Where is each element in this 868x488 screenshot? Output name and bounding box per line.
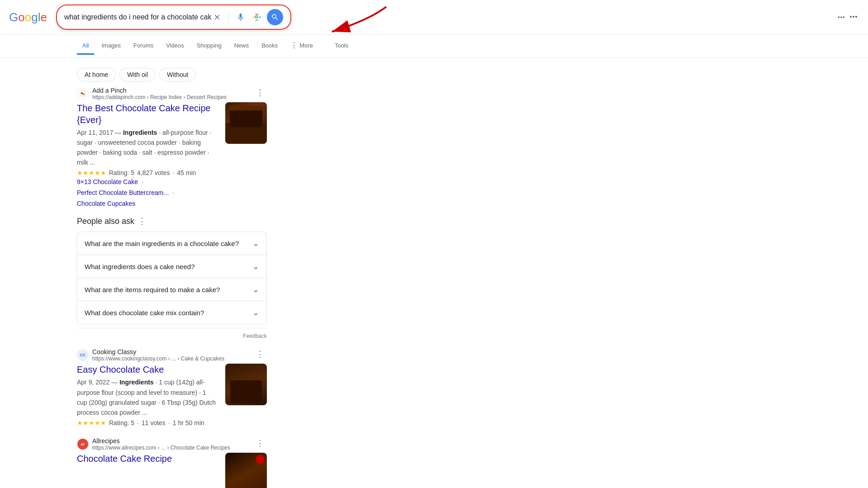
result-item-1: Add a Pinch https://addapinch.com › Reci… [77,87,267,207]
paa-question-1[interactable]: What are the main ingredients in a choco… [77,232,267,255]
search-submit-button[interactable] [267,9,283,25]
result-1-header: Add a Pinch https://addapinch.com › Reci… [77,87,267,100]
paa-question-2[interactable]: What ingredients does a cake need? ⌄ [77,255,267,278]
paa-chevron-4: ⌄ [252,308,259,317]
result-2-title[interactable]: Easy Chocolate Cake [77,365,164,374]
chip-with-oil[interactable]: With oil [119,68,156,81]
header: Google [0,0,868,35]
result-1-thumbnail [225,102,267,144]
tab-tools[interactable]: Tools [329,38,354,55]
logo-g2: g [31,10,38,24]
svg-point-2 [80,90,86,97]
result-3-favicon: ar [77,438,89,450]
result-2-thumbnail [225,364,267,405]
tab-shopping[interactable]: Shopping [191,38,227,55]
main-content: At home With oil Without Add a Pinch [0,58,868,488]
tab-books[interactable]: Books [256,38,283,55]
logo-o2: o [25,10,31,24]
result-2-rating-text: Rating: 5 [109,419,134,426]
result-2-separator2: · [168,419,170,426]
tab-images[interactable]: Images [96,38,126,55]
result-2-source-url: https://www.cookingclassy.com › ... › Ca… [92,355,224,362]
result-2-header: CC Cooking Classy https://www.cookingcla… [77,348,267,362]
result-1-separator: · [172,169,174,176]
result-1-rating: ★★★★★ Rating: 5 4,827 votes · 45 min [77,169,218,176]
result-3-source-info: Allrecipes https://www.allrecipes.com › … [92,437,230,451]
tab-all[interactable]: All [77,38,94,55]
result-2-rating: ★★★★★ Rating: 5 · 11 votes · 1 hr 50 min [77,419,218,426]
result-3-source-name: Allrecipes [92,437,230,445]
paa-header: People also ask ⋮ [77,216,267,226]
paa-question-3[interactable]: What are the items required to make a ca… [77,278,267,301]
result-3-source-url: https://www.allrecipes.com › ... › Choco… [92,445,230,451]
result-3-header: ar Allrecipes https://www.allrecipes.com… [77,437,267,451]
result-1-rating-text: Rating: 5 [109,169,134,176]
paa-question-3-text: What are the items required to make a ca… [85,286,220,294]
result-3-more-button[interactable]: ⋮ [253,437,267,449]
apps-grid-button[interactable] [836,11,859,24]
result-1-stars: ★★★★★ [77,169,106,176]
result-3-thumbnail [225,453,267,488]
paa-divider [77,328,267,328]
google-logo[interactable]: Google [9,10,47,24]
result-1-links: 9×13 Chocolate Cake · Perfect Chocolate … [77,178,218,207]
result-1-source: Add a Pinch https://addapinch.com › Reci… [77,87,227,100]
lens-button[interactable] [251,11,263,24]
result-2-source-info: Cooking Classy https://www.cookingclassy… [92,348,224,362]
search-bar-container [56,5,291,30]
result-1-sublink-1[interactable]: 9×13 Chocolate Cake [77,178,138,185]
result-1-text: The Best Chocolate Cake Recipe {Ever} Ap… [77,102,218,207]
result-item-2: CC Cooking Classy https://www.cookingcla… [77,348,267,428]
tab-forums[interactable]: Forums [128,38,159,55]
tab-videos[interactable]: Videos [161,38,190,55]
result-1-source-info: Add a Pinch https://addapinch.com › Reci… [92,87,227,100]
clear-button[interactable] [211,11,223,23]
paa-more-button[interactable]: ⋮ [138,216,146,226]
paa-question-4[interactable]: What does chocolate cake mix contain? ⌄ [77,301,267,324]
tab-news[interactable]: News [229,38,255,55]
result-3-source: ar Allrecipes https://www.allrecipes.com… [77,437,230,451]
result-1-time: 45 min [177,169,196,176]
result-2-stars: ★★★★★ [77,419,106,426]
search-input[interactable] [64,13,211,21]
chip-at-home[interactable]: At home [77,68,116,81]
paa-question-4-text: What does chocolate cake mix contain? [85,309,204,317]
result-3-title[interactable]: Chocolate Cake Recipe [77,454,172,464]
paa-chevron-3: ⌄ [252,284,259,294]
voice-search-button[interactable] [234,11,247,24]
feedback-link[interactable]: Feedback [243,333,267,339]
result-2-favicon: CC [77,349,89,361]
result-1-source-url: https://addapinch.com › Recipe Index › D… [92,94,227,100]
paa-question-2-text: What ingredients does a cake need? [85,263,195,270]
logo-g: G [9,10,18,24]
result-1-votes: 4,827 votes [137,169,170,176]
result-2-source-name: Cooking Classy [92,348,224,355]
paa-questions: What are the main ingredients in a choco… [77,232,267,324]
result-1-title[interactable]: The Best Chocolate Cake Recipe {Ever} [77,103,211,125]
search-box[interactable] [56,5,291,30]
result-3-text: Chocolate Cake Recipe [77,453,218,464]
result-item-3: ar Allrecipes https://www.allrecipes.com… [77,437,267,488]
people-also-ask-section: People also ask ⋮ What are the main ingr… [77,216,267,339]
result-3-content: Chocolate Cake Recipe [77,453,267,488]
nav-tabs: All Images Forums Videos Shopping News B… [0,35,868,58]
chip-without[interactable]: Without [159,68,196,81]
logo-e: e [40,10,47,24]
tab-more[interactable]: ⋮ More [285,37,318,56]
logo-o1: o [18,10,24,24]
results-container: At home With oil Without Add a Pinch [0,58,344,488]
paa-chevron-2: ⌄ [252,261,259,271]
result-2-votes: 11 votes [142,419,166,426]
divider-line [228,12,229,23]
svg-point-4 [83,94,85,95]
result-2-more-button[interactable]: ⋮ [253,348,267,360]
result-1-source-name: Add a Pinch [92,87,227,94]
svg-point-0 [256,16,258,18]
paa-title: People also ask [77,217,134,226]
result-1-sublink-3[interactable]: Chocolate Cupcakes [77,200,135,207]
result-1-sublink-2[interactable]: Perfect Chocolate Buttercream... [77,189,169,196]
result-2-text: Easy Chocolate Cake Apr 9, 2022 — Ingred… [77,364,218,428]
result-1-content: The Best Chocolate Cake Recipe {Ever} Ap… [77,102,267,207]
result-2-separator: · [137,419,139,426]
result-1-more-button[interactable]: ⋮ [253,87,267,99]
